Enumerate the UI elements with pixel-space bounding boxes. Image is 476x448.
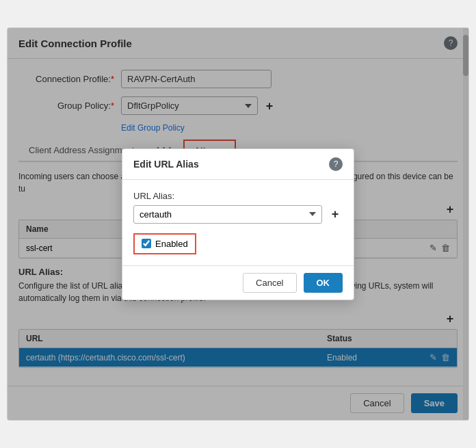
modal-add-button[interactable]: + [328,207,343,222]
modal-ok-button[interactable]: OK [304,273,343,293]
enabled-checkbox[interactable] [142,239,151,248]
modal-overlay: Edit URL Alias ? URL Alias: certauth + E… [8,28,468,420]
edit-url-alias-modal: Edit URL Alias ? URL Alias: certauth + E… [122,148,354,300]
modal-url-alias-label: URL Alias: [133,191,343,201]
modal-enabled-checkbox-row: Enabled [133,233,196,254]
modal-help-icon[interactable]: ? [329,157,343,171]
modal-title: Edit URL Alias [133,159,199,170]
enabled-label: Enabled [155,239,188,249]
modal-footer: Cancel OK [122,265,354,300]
modal-select-row: certauth + [133,205,343,224]
modal-header: Edit URL Alias ? [122,149,354,180]
modal-cancel-button[interactable]: Cancel [243,273,296,293]
modal-url-alias-select[interactable]: certauth [133,205,322,224]
modal-body: URL Alias: certauth + Enabled [122,180,354,265]
